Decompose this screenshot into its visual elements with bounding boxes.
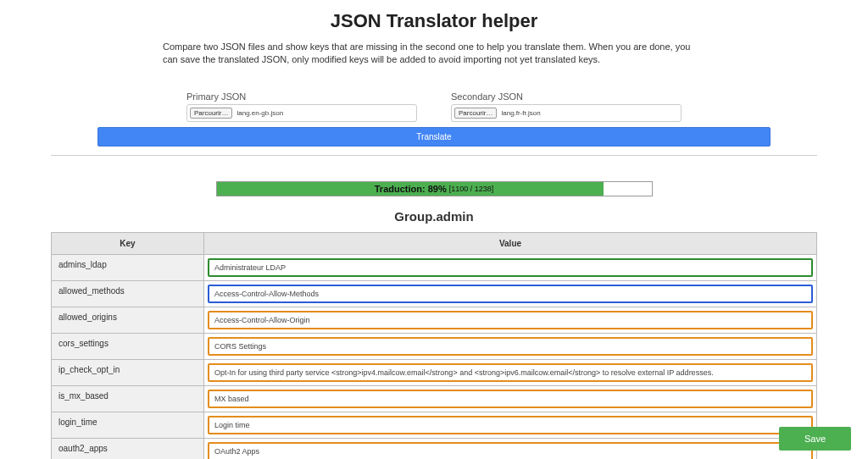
table-row: ip_check_opt_in [52,359,817,385]
value-cell [204,333,817,359]
secondary-browse-button[interactable]: Parcourir… [454,108,497,119]
table-row: login_time [52,412,817,438]
progress-text: Traduction: 89% [1100 / 1238] [217,182,652,196]
value-cell [204,438,817,459]
value-input[interactable] [208,416,813,434]
secondary-filename: lang.fr-fr.json [501,109,540,117]
key-cell: allowed_origins [52,307,204,333]
progress-bar: Traduction: 89% [1100 / 1238] [216,181,653,196]
value-cell [204,385,817,412]
divider [51,155,817,156]
key-cell: allowed_methods [52,280,204,307]
table-row: is_mx_based [52,385,817,412]
table-row: cors_settings [52,333,817,359]
value-input[interactable] [208,390,813,408]
key-cell: oauth2_apps [52,438,204,459]
table-row: admins_ldap [52,254,817,280]
key-cell: login_time [52,412,204,438]
value-input[interactable] [208,337,813,356]
value-cell [204,307,817,333]
progress-label: Traduction: [375,184,426,194]
save-button[interactable]: Save [779,427,851,451]
secondary-json-block: Secondary JSON Parcourir… lang.fr-fr.jso… [451,91,682,122]
translate-button[interactable]: Translate [97,127,771,147]
group-title: Group.admin [51,209,817,224]
primary-json-block: Primary JSON Parcourir… lang.en-gb.json [186,91,417,122]
page-title: JSON Translator helper [51,10,817,32]
file-uploads: Primary JSON Parcourir… lang.en-gb.json … [186,91,682,122]
secondary-json-label: Secondary JSON [451,91,682,102]
value-cell [204,254,817,280]
table-row: oauth2_apps [52,438,817,459]
value-input[interactable] [208,442,813,459]
secondary-json-input[interactable]: Parcourir… lang.fr-fr.json [451,104,682,122]
page-description: Compare two JSON files and show keys tha… [163,41,705,66]
col-header-value: Value [204,232,817,254]
value-input[interactable] [208,363,813,382]
primary-filename: lang.en-gb.json [236,109,283,117]
translation-table: Key Value admins_ldapallowed_methodsallo… [51,232,817,459]
col-header-key: Key [52,232,204,254]
value-input[interactable] [208,258,813,277]
primary-json-label: Primary JSON [186,91,417,102]
progress-percent: 89% [428,184,447,194]
progress-counts: [1100 / 1238] [449,185,494,193]
value-input[interactable] [208,311,813,329]
primary-browse-button[interactable]: Parcourir… [190,108,232,119]
key-cell: is_mx_based [52,385,204,412]
table-row: allowed_origins [52,307,817,333]
value-cell [204,280,817,307]
table-row: allowed_methods [52,280,817,307]
primary-json-input[interactable]: Parcourir… lang.en-gb.json [186,104,417,122]
value-input[interactable] [208,285,813,303]
key-cell: ip_check_opt_in [52,359,204,385]
value-cell [204,359,817,385]
key-cell: cors_settings [52,333,204,359]
value-cell [204,412,817,438]
key-cell: admins_ldap [52,254,204,280]
